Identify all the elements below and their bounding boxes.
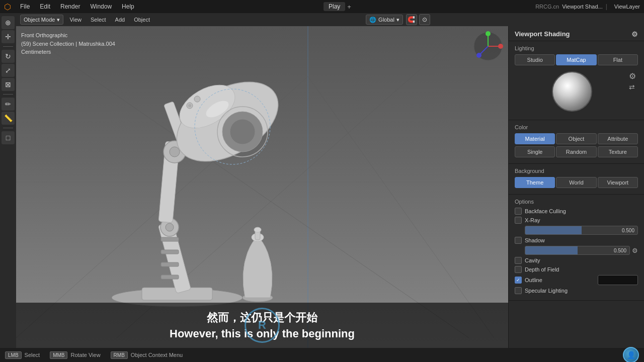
lighting-studio-btn[interactable]: Studio <box>515 54 555 65</box>
backface-culling-checkbox[interactable] <box>515 208 522 215</box>
xray-slider-fill <box>525 226 582 234</box>
add-primitive-button[interactable]: □ <box>2 131 15 144</box>
depth-of-field-row: Depth of Field <box>515 266 638 273</box>
user-avatar[interactable]: 👤 <box>623 347 639 362</box>
subtitle-bar: R 然而，这仍只是个开始 However, this is only the b… <box>16 303 508 348</box>
blender-logo: ⬡ <box>0 0 15 13</box>
xray-slider-value: 0.500 <box>622 228 634 233</box>
bg-world-btn[interactable]: World <box>556 177 596 188</box>
toolbar-separator-1 <box>3 46 13 47</box>
color-object-btn[interactable]: Object <box>556 133 596 144</box>
shadow-slider-value: 0.500 <box>614 248 626 253</box>
menu-help[interactable]: Help <box>117 0 139 13</box>
specular-lighting-checkbox[interactable] <box>515 287 522 294</box>
bg-theme-btn[interactable]: Theme <box>515 177 555 188</box>
color-material-btn[interactable]: Material <box>515 133 555 144</box>
xray-row: X-Ray <box>515 217 638 224</box>
color-random-btn[interactable]: Random <box>556 146 596 157</box>
xray-slider[interactable]: 0.500 <box>525 226 638 235</box>
color-btn-group-2: Single Random Texture <box>515 146 638 157</box>
menu-edit[interactable]: Edit <box>35 0 55 13</box>
color-texture-btn[interactable]: Texture <box>598 146 638 157</box>
header-select[interactable]: Select <box>88 13 109 26</box>
panel-title: Viewport Shading ⚙ <box>509 26 644 41</box>
avatar-icon: 👤 <box>627 351 635 359</box>
scale-tool-button[interactable]: ⤢ <box>2 64 15 77</box>
viewport-projection: Front Orthographic <box>21 31 115 40</box>
transform-tool-button[interactable]: ⊠ <box>2 78 15 91</box>
move-tool-button[interactable]: ✛ <box>2 30 15 43</box>
matcap-expand-icon[interactable]: ⚙ <box>629 71 636 81</box>
lamp-3d-object <box>92 51 333 313</box>
shadow-gear-icon[interactable]: ⚙ <box>632 247 638 254</box>
viewport-collection: (59) Scene Collection | Matrushka.004 <box>21 40 115 48</box>
viewport-shading-label: Viewport Shad... <box>562 4 603 10</box>
shadow-checkbox[interactable] <box>515 237 522 244</box>
top-menu-bar: ⬡ File Edit Render Window Help Play + RR… <box>0 0 644 13</box>
svg-point-27 <box>194 96 200 102</box>
status-rotate: MMB Rotate View <box>50 351 100 359</box>
svg-point-10 <box>166 223 174 231</box>
color-single-btn[interactable]: Single <box>515 146 555 157</box>
svg-rect-14 <box>161 262 179 266</box>
globe-icon: 🌐 <box>369 17 376 23</box>
color-section: Color Material Object Attribute Single R… <box>509 120 644 164</box>
lighting-matcap-btn[interactable]: MatCap <box>556 54 596 65</box>
watermark-top: RRCG.cn <box>535 4 559 10</box>
annotate-tool-button[interactable]: ✏ <box>2 98 15 111</box>
outline-row: Outline <box>515 275 638 285</box>
cavity-label: Cavity <box>525 257 540 263</box>
right-panel: Viewport Shading ⚙ Lighting Studio MatCa… <box>508 26 644 348</box>
matcap-flip-icon[interactable]: ⇄ <box>629 83 636 91</box>
depth-of-field-label: Depth of Field <box>525 266 559 273</box>
lighting-btn-group: Studio MatCap Flat <box>515 54 638 65</box>
scene-content: Front Orthographic (59) Scene Collection… <box>16 26 508 348</box>
shadow-slider-fill <box>525 246 578 254</box>
menu-window[interactable]: Window <box>85 0 117 13</box>
lighting-label: Lighting <box>515 45 638 51</box>
svg-point-26 <box>188 104 191 107</box>
bottom-status-bar: LMB Select MMB Rotate View RMB Object Co… <box>0 348 644 362</box>
add-workspace-button[interactable]: + <box>347 3 351 11</box>
matcap-preview[interactable] <box>552 71 592 112</box>
lighting-flat-btn[interactable]: Flat <box>598 54 638 65</box>
svg-rect-13 <box>161 250 179 254</box>
play-button[interactable]: Play <box>324 2 345 11</box>
status-select: LMB Select <box>5 351 40 359</box>
proportional-edit-button[interactable]: ⊙ <box>419 14 430 25</box>
shadow-slider[interactable]: 0.500 <box>525 246 630 255</box>
cursor-tool-button[interactable]: ⊕ <box>2 16 15 29</box>
measure-tool-button[interactable]: 📏 <box>2 112 15 125</box>
object-mode-label: Object Mode <box>24 17 55 23</box>
outline-checkbox[interactable] <box>515 277 522 284</box>
panel-gear-icon[interactable]: ⚙ <box>631 30 638 38</box>
rotate-tool-button[interactable]: ↻ <box>2 50 15 63</box>
snap-button[interactable]: 🧲 <box>406 14 417 25</box>
bg-viewport-btn[interactable]: Viewport <box>598 177 638 188</box>
svg-line-5 <box>308 76 494 338</box>
menu-file[interactable]: File <box>15 0 35 13</box>
header-bar: Object Mode ▾ View Select Add Object 🌐 G… <box>16 13 644 26</box>
background-section: Background Theme World Viewport <box>509 164 644 195</box>
svg-point-17 <box>170 147 180 157</box>
main-viewport[interactable]: Front Orthographic (59) Scene Collection… <box>16 26 508 348</box>
axis-gizmo[interactable] <box>473 31 503 61</box>
header-object[interactable]: Object <box>131 13 153 26</box>
xray-slider-row: 0.500 <box>525 226 638 235</box>
menu-render[interactable]: Render <box>55 0 85 13</box>
svg-point-32 <box>254 227 261 232</box>
xray-checkbox[interactable] <box>515 217 522 224</box>
header-add[interactable]: Add <box>112 13 128 26</box>
depth-of-field-checkbox[interactable] <box>515 266 522 273</box>
color-attribute-btn[interactable]: Attribute <box>598 133 638 144</box>
toolbar-separator-2 <box>3 94 13 95</box>
cavity-checkbox[interactable] <box>515 257 522 264</box>
select-key: LMB <box>5 351 22 359</box>
options-section: Options Backface Culling X-Ray 0.500 Sha… <box>509 195 644 301</box>
context-menu-label: Object Context Menu <box>131 352 183 358</box>
global-dropdown[interactable]: 🌐 Global ▾ <box>366 15 403 25</box>
shadow-label: Shadow <box>525 237 545 243</box>
outline-color-swatch[interactable] <box>598 275 638 285</box>
header-view[interactable]: View <box>66 13 85 26</box>
object-mode-dropdown[interactable]: Object Mode ▾ <box>20 15 63 25</box>
